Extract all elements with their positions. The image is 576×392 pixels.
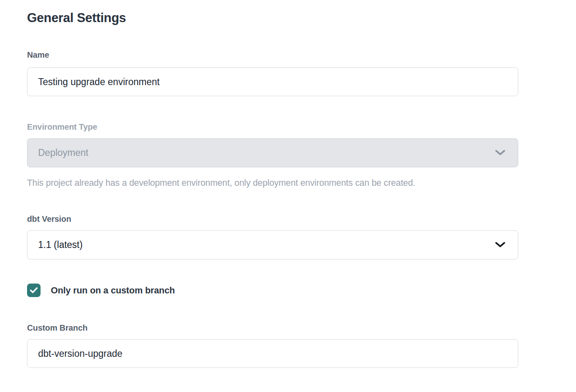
custom-branch-input[interactable] [27, 339, 518, 368]
custom-branch-label: Custom Branch [27, 323, 518, 333]
name-input[interactable] [27, 68, 518, 96]
checkmark-icon [30, 287, 38, 293]
dbt-version-select[interactable]: 1.1 (latest) [27, 230, 518, 259]
custom-branch-checkbox-label[interactable]: Only run on a custom branch [51, 285, 175, 296]
dbt-version-value: 1.1 (latest) [38, 239, 83, 250]
chevron-down-icon [495, 147, 506, 158]
page-title: General Settings [27, 11, 518, 25]
custom-branch-checkbox-row: Only run on a custom branch [27, 284, 518, 297]
environment-type-value: Deployment [38, 147, 88, 158]
chevron-down-icon [495, 239, 506, 250]
environment-type-select: Deployment [27, 138, 518, 167]
general-settings-page: General Settings Name Environment Type D… [0, 0, 576, 392]
dbt-version-label: dbt Version [27, 214, 518, 224]
environment-type-label: Environment Type [27, 122, 518, 132]
environment-type-helper-text: This project already has a development e… [27, 178, 518, 188]
name-label: Name [27, 50, 518, 60]
custom-branch-checkbox[interactable] [27, 284, 41, 297]
